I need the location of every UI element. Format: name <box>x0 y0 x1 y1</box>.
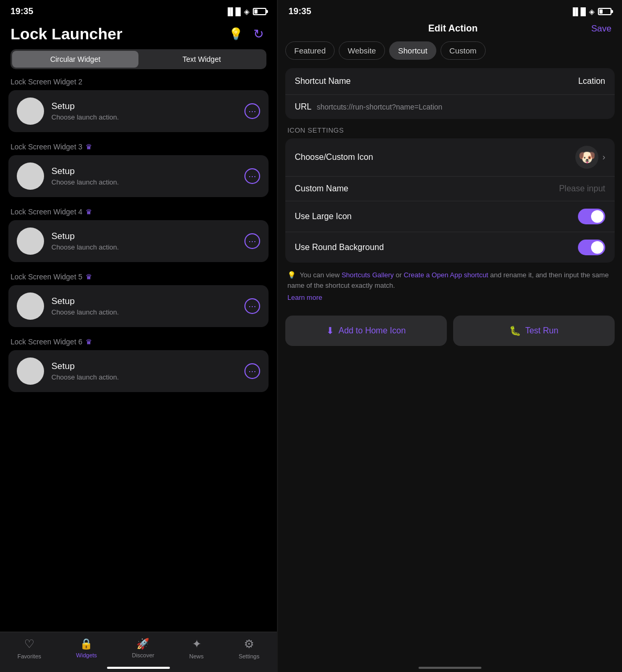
edit-action-title: Edit Action <box>428 23 477 34</box>
info-bulb: 💡 <box>287 271 296 279</box>
custom-name-row: Custom Name Please input <box>285 177 615 201</box>
tab-bar: Featured Website Shortcut Custom <box>278 41 622 68</box>
widget-name-6: Setup <box>51 361 119 372</box>
url-label: URL <box>295 102 312 112</box>
right-time: 19:35 <box>288 6 311 17</box>
action-buttons: ⬇ Add to Home Icon 🐛 Test Run <box>278 311 622 356</box>
text-widget-tab[interactable]: Text Widget <box>138 51 265 68</box>
add-to-home-button[interactable]: ⬇ Add to Home Icon <box>285 316 447 346</box>
widgets-icon: 🔒 <box>80 637 93 650</box>
widget-avatar-6 <box>17 357 44 385</box>
signal-icon: ▐▌█ <box>225 7 241 16</box>
icon-settings-label: ICON SETTINGS <box>278 126 622 138</box>
use-round-bg-label: Use Round Background <box>295 243 384 252</box>
shortcuts-gallery-link[interactable]: Shortcuts Gallery <box>341 271 394 279</box>
learn-more-link[interactable]: Learn more <box>287 292 613 303</box>
widget-card-4[interactable]: Setup Choose launch action. ··· <box>8 220 269 262</box>
widget-name-3: Setup <box>51 166 119 177</box>
discover-icon: 🚀 <box>136 637 149 650</box>
use-round-bg-row: Use Round Background <box>285 232 615 263</box>
tab-website[interactable]: Website <box>339 41 385 60</box>
nav-widgets-label: Widgets <box>76 652 97 658</box>
shortcut-name-label: Shortcut Name <box>295 77 351 86</box>
nav-settings[interactable]: ⚙ Settings <box>239 637 260 659</box>
bulb-icon[interactable]: 💡 <box>228 26 243 42</box>
home-indicator <box>107 667 170 669</box>
info-text: 💡 You can view Shortcuts Gallery or Crea… <box>278 270 622 311</box>
nav-settings-label: Settings <box>239 653 260 659</box>
nav-discover-label: Discover <box>132 652 154 658</box>
shortcut-url-row: URL shortcuts://run-shortcut?name=Lcatio… <box>285 95 615 119</box>
save-button[interactable]: Save <box>591 24 612 34</box>
segment-control: Circular Widget Text Widget <box>10 49 266 69</box>
right-header: Edit Action Save <box>278 21 622 41</box>
widget-more-5[interactable]: ··· <box>244 298 260 314</box>
test-run-label: Test Run <box>525 326 558 335</box>
right-status-bar: 19:35 ▐▌█ ◈ <box>278 0 622 21</box>
tab-featured[interactable]: Featured <box>285 41 335 60</box>
choose-icon-row[interactable]: Choose/Custom Icon 🐶 › <box>285 138 615 177</box>
crown-icon-6: ♛ <box>85 338 92 346</box>
news-icon: ✦ <box>192 637 201 651</box>
left-time: 19:35 <box>10 6 33 17</box>
widget-name-4: Setup <box>51 231 119 242</box>
custom-name-label: Custom Name <box>295 184 348 193</box>
favorites-icon: ♡ <box>24 637 35 651</box>
circular-widget-tab[interactable]: Circular Widget <box>12 51 138 68</box>
use-large-icon-toggle[interactable] <box>578 209 605 224</box>
choose-icon-label: Choose/Custom Icon <box>295 153 373 162</box>
widget-section-6-label: Lock Screen Widget 6 ♛ <box>0 338 277 350</box>
widget-section-4-label: Lock Screen Widget 4 ♛ <box>0 208 277 220</box>
right-status-icons: ▐▌█ ◈ <box>570 7 612 16</box>
widget-card-2[interactable]: Setup Choose launch action. ··· <box>8 90 269 132</box>
settings-icon: ⚙ <box>244 637 254 651</box>
widget-avatar-5 <box>17 292 44 320</box>
nav-news-label: News <box>189 653 204 659</box>
tab-shortcut[interactable]: Shortcut <box>389 41 436 60</box>
chevron-right-icon: › <box>603 153 605 162</box>
wifi-icon: ◈ <box>244 7 250 16</box>
widget-card-5[interactable]: Setup Choose launch action. ··· <box>8 285 269 327</box>
right-panel: 19:35 ▐▌█ ◈ Edit Action Save Featured We… <box>278 0 622 672</box>
widget-section-3-label: Lock Screen Widget 3 ♛ <box>0 143 277 155</box>
shortcut-name-row: Shortcut Name Lcation <box>285 68 615 95</box>
create-open-app-link[interactable]: Create a Open App shortcut <box>404 271 488 279</box>
refresh-icon[interactable]: ↻ <box>251 26 266 42</box>
custom-name-placeholder[interactable]: Please input <box>559 184 605 193</box>
nav-widgets[interactable]: 🔒 Widgets <box>76 637 97 659</box>
download-icon: ⬇ <box>326 325 334 337</box>
app-header: Lock Launcher 💡 ↻ <box>0 21 277 49</box>
tab-custom[interactable]: Custom <box>441 41 486 60</box>
add-to-home-label: Add to Home Icon <box>338 326 405 335</box>
widget-sub-5: Choose launch action. <box>51 308 119 316</box>
widget-more-6[interactable]: ··· <box>244 363 260 379</box>
nav-discover[interactable]: 🚀 Discover <box>132 637 154 659</box>
widget-section-2-label: Lock Screen Widget 2 <box>0 78 277 90</box>
icon-preview: 🐶 <box>575 146 598 169</box>
right-home-indicator <box>419 667 481 669</box>
bug-icon: 🐛 <box>509 325 521 337</box>
widget-more-4[interactable]: ··· <box>244 233 260 249</box>
header-icons: 💡 ↻ <box>228 26 266 42</box>
widget-sub-2: Choose launch action. <box>51 113 119 121</box>
widget-sub-4: Choose launch action. <box>51 243 119 251</box>
widget-name-2: Setup <box>51 101 119 112</box>
widget-card-3[interactable]: Setup Choose launch action. ··· <box>8 155 269 197</box>
crown-icon-4: ♛ <box>85 208 92 216</box>
use-large-icon-label: Use Large Icon <box>295 212 352 221</box>
widget-section-5-label: Lock Screen Widget 5 ♛ <box>0 273 277 285</box>
widget-more-2[interactable]: ··· <box>244 103 260 119</box>
widget-more-3[interactable]: ··· <box>244 168 260 184</box>
widget-avatar-2 <box>17 97 44 125</box>
use-large-icon-row: Use Large Icon <box>285 201 615 232</box>
nav-news[interactable]: ✦ News <box>189 637 204 659</box>
left-panel: 19:35 ▐▌█ ◈ Lock Launcher 💡 ↻ Circular W… <box>0 0 277 672</box>
url-value: shortcuts://run-shortcut?name=Lcation <box>317 103 442 111</box>
test-run-button[interactable]: 🐛 Test Run <box>453 316 615 346</box>
widget-avatar-4 <box>17 227 44 255</box>
widget-card-6[interactable]: Setup Choose launch action. ··· <box>8 350 269 392</box>
widget-sub-3: Choose launch action. <box>51 178 119 186</box>
nav-favorites[interactable]: ♡ Favorites <box>17 637 41 659</box>
use-round-bg-toggle[interactable] <box>578 240 605 255</box>
widget-sub-6: Choose launch action. <box>51 373 119 381</box>
